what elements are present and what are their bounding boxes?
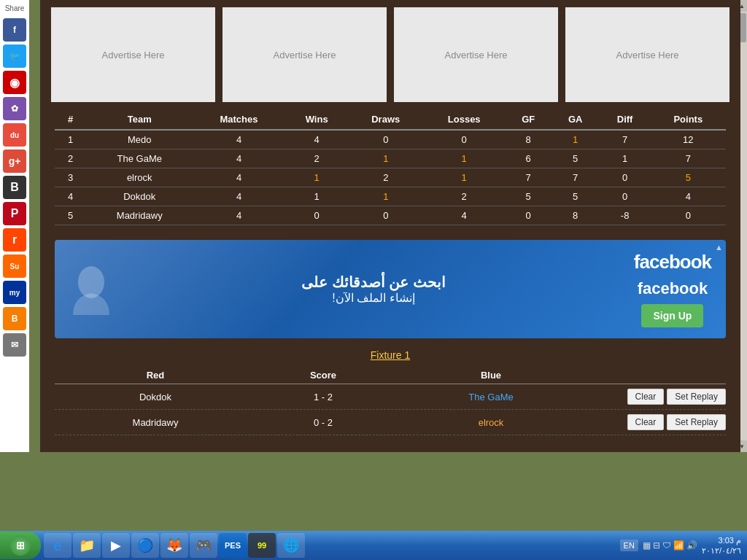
losses-cell: 1 <box>423 149 506 168</box>
fixture-title[interactable]: Fixture 1 <box>55 349 726 361</box>
team-cell: Dokdok <box>86 187 193 206</box>
ad-close-button[interactable]: ▲ <box>715 243 723 252</box>
reddit-share-button[interactable]: r <box>3 228 26 252</box>
tray-icon-volume: 🔊 <box>686 540 697 551</box>
team-cell: elrock <box>86 168 193 187</box>
ad-box-2[interactable]: Advertise Here <box>222 7 387 102</box>
language-indicator[interactable]: EN <box>620 540 638 551</box>
taskbar-browser-icon[interactable]: 🌐 <box>277 533 305 558</box>
email-share-button[interactable]: ✉ <box>3 333 26 357</box>
losses-cell: 1 <box>423 168 506 187</box>
diff-cell: 7 <box>600 130 651 149</box>
col-matches: Matches <box>193 109 285 130</box>
fixture-red-team: Dokdok <box>55 392 256 402</box>
ga-cell: 5 <box>551 149 600 168</box>
diff-cell: 0 <box>600 187 651 206</box>
col-team: Team <box>86 109 193 130</box>
googleplus-share-button[interactable]: g+ <box>3 149 26 173</box>
taskbar-app-icon[interactable]: 99 <box>248 533 276 558</box>
taskbar-media-icon[interactable]: ▶ <box>102 533 130 558</box>
myspace-share-button[interactable]: my <box>3 281 26 304</box>
fixture-col-actions-header <box>592 370 726 381</box>
col-losses: Losses <box>423 109 506 130</box>
bookmark-share-button[interactable]: B <box>3 176 26 199</box>
taskbar-pes-icon[interactable]: PES <box>219 533 247 558</box>
facebook-signup-button[interactable]: Sign Up <box>641 304 703 327</box>
fixture-col-score-header: Score <box>256 370 390 381</box>
tray-icon-wifi: 📶 <box>673 540 684 551</box>
diff-cell: 0 <box>600 168 651 187</box>
taskbar-folder-icon[interactable]: 📁 <box>73 533 101 558</box>
set-replay-button[interactable]: Set Replay <box>667 389 726 405</box>
taskbar-chrome-icon[interactable]: 🔵 <box>131 533 159 558</box>
taskbar-system-tray: EN ▦ ⊟ 🛡 📶 🔊 م 3:03 ٢٠١٢/٠٤/٢٦ <box>620 535 747 556</box>
ad-banner-row: Advertise Here Advertise Here Advertise … <box>40 0 740 109</box>
opera-share-button[interactable]: ◉ <box>3 71 26 94</box>
ga-cell: 7 <box>551 168 600 187</box>
facebook-share-button[interactable]: f <box>3 18 26 42</box>
facebook-logo: facebook <box>634 251 711 273</box>
points-cell: 5 <box>651 168 726 187</box>
start-button[interactable]: ⊞ <box>0 532 41 559</box>
tray-icon-security: 🛡 <box>662 540 671 551</box>
ad-box-3[interactable]: Advertise Here <box>394 7 558 102</box>
clear-button[interactable]: Clear <box>627 414 665 430</box>
digg-share-button[interactable]: du <box>3 123 26 147</box>
fixture-col-blue-header: Blue <box>390 370 592 381</box>
pinterest-share-button[interactable]: P <box>3 202 26 225</box>
gf-cell: 7 <box>506 168 551 187</box>
stumbleupon-share-button[interactable]: Su <box>3 254 26 278</box>
points-cell: 12 <box>651 130 726 149</box>
clock: م 3:03 ٢٠١٢/٠٤/٢٦ <box>702 535 741 556</box>
twitter-share-button[interactable]: 🐦 <box>3 44 26 68</box>
fixture-section: Fixture 1 Red Score Blue Dokdok 1 - 2 Th… <box>40 346 740 443</box>
fixture-blue-team: The GaMe <box>390 392 592 402</box>
rank-cell: 3 <box>55 168 86 187</box>
facebook-ad-right: facebook facebook Sign Up <box>634 251 711 327</box>
tray-icon-network: ▦ <box>643 540 651 551</box>
team-cell: Medo <box>86 130 193 149</box>
gf-cell: 0 <box>506 206 551 225</box>
share-label: Share <box>5 0 25 17</box>
set-replay-button[interactable]: Set Replay <box>667 414 726 430</box>
ga-cell: 5 <box>551 187 600 206</box>
taskbar-game1-icon[interactable]: 🎮 <box>190 533 217 558</box>
draws-cell: 0 <box>349 130 423 149</box>
taskbar-items: e 📁 ▶ 🔵 🦊 🎮 PES 99 🌐 <box>44 533 620 558</box>
blogger-share-button[interactable]: B <box>3 307 26 330</box>
col-wins: Wins <box>285 109 349 130</box>
wins-cell: 4 <box>285 130 349 149</box>
wins-cell: 2 <box>285 149 349 168</box>
paw-share-button[interactable]: ✿ <box>3 97 26 120</box>
col-gf: GF <box>506 109 551 130</box>
matches-cell: 4 <box>193 206 285 225</box>
taskbar-firefox-icon[interactable]: 🦊 <box>160 533 188 558</box>
share-sidebar: Share f 🐦 ◉ ✿ du g+ B P r Su my B ✉ <box>0 0 29 452</box>
table-row: 4 Dokdok 4 1 1 2 5 5 0 4 <box>55 187 726 206</box>
fixture-row: Madridawy 0 - 2 elrock Clear Set Replay <box>55 410 726 435</box>
wins-cell: 1 <box>285 168 349 187</box>
draws-cell: 1 <box>349 187 423 206</box>
points-cell: 4 <box>651 187 726 206</box>
facebook-ad-main-text: ابحث عن أصدقائك على <box>113 273 634 291</box>
col-rank: # <box>55 109 86 130</box>
ad-box-1[interactable]: Advertise Here <box>51 7 215 102</box>
fixture-blue-team: elrock <box>390 417 592 428</box>
matches-cell: 4 <box>193 168 285 187</box>
facebook-ad-banner[interactable]: ابحث عن أصدقائك على إنشاء الملف الآن! fa… <box>55 240 726 338</box>
wins-cell: 1 <box>285 187 349 206</box>
draws-cell: 1 <box>349 149 423 168</box>
tray-icons: ▦ ⊟ 🛡 📶 🔊 <box>643 540 697 551</box>
ad-box-4[interactable]: Advertise Here <box>565 7 729 102</box>
team-cell: The GaMe <box>86 149 193 168</box>
clock-date: ٢٠١٢/٠٤/٢٦ <box>702 545 741 556</box>
taskbar-ie-icon[interactable]: e <box>44 533 71 558</box>
table-row: 2 The GaMe 4 2 1 1 6 5 1 7 <box>55 149 726 168</box>
matches-cell: 4 <box>193 149 285 168</box>
rank-cell: 1 <box>55 130 86 149</box>
points-cell: 0 <box>651 206 726 225</box>
clear-button[interactable]: Clear <box>627 389 665 405</box>
tray-icon-display: ⊟ <box>653 540 660 551</box>
standings-table: # Team Matches Wins Draws Losses GF GA D… <box>55 109 726 225</box>
losses-cell: 2 <box>423 187 506 206</box>
